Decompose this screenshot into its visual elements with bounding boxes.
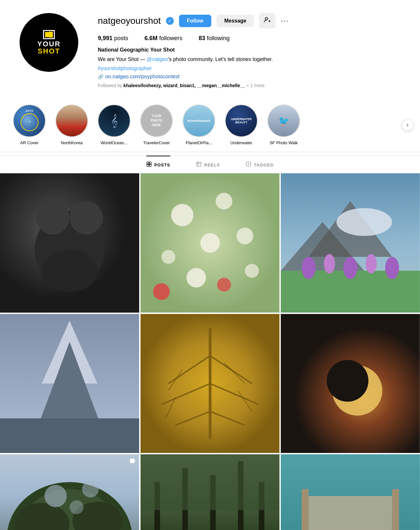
story-label-planet: PlanetOrPla... [186,140,212,145]
grid-item-snowy-peak[interactable] [0,314,139,453]
following-stat[interactable]: 83 following [199,35,230,42]
svg-rect-74 [392,489,399,530]
grid-item-bear[interactable] [0,173,139,313]
svg-point-13 [42,250,98,292]
bio-link-row: 🔗 on.natgeo.com/poyphotocontest [98,74,400,80]
svg-point-33 [385,257,399,279]
svg-rect-62 [130,459,134,463]
profile-section: YOUR SHOT natgeoyourshot ✓ Follow Messag… [0,0,420,98]
svg-point-59 [45,485,67,507]
story-label-world-ocean: WorldOcean... [101,140,128,145]
svg-rect-6 [149,164,151,166]
svg-point-53 [327,360,368,401]
divider [0,152,420,152]
svg-point-21 [245,264,259,278]
bio-name: National Geographic Your Shot [98,47,400,53]
svg-point-61 [69,500,83,514]
svg-point-12 [69,201,103,234]
stories-next-button[interactable]: › [402,119,413,131]
svg-point-32 [366,254,377,273]
message-button[interactable]: Message [217,15,254,27]
add-person-button[interactable] [259,13,276,28]
story-item-traveler-cover[interactable]: YOUR PHOTO HERE TravelerCover [140,104,173,145]
tab-tagged[interactable]: TAGGED [246,156,274,173]
photo-golden-leaf [141,314,280,453]
add-person-icon [264,18,271,25]
story-label-underwater: Underwater [230,140,252,145]
photo-bear [0,173,139,313]
tab-posts[interactable]: POSTS [146,156,170,173]
story-item-planet-plastic[interactable]: #planetforplastic PlanetOrPla... [183,104,215,145]
photo-eclipse [281,314,420,453]
video-indicator [129,458,136,466]
tab-tagged-label: TAGGED [254,163,274,167]
avatar-inner: YOUR SHOT [37,30,61,55]
story-item-underwater[interactable]: UNDERWATER BEAUTY Underwater [225,104,258,145]
grid-item-aerial[interactable] [281,454,420,530]
svg-point-30 [324,254,335,273]
avatar-text-your: YOUR [37,40,61,48]
avatar-circle: YOUR SHOT [20,13,78,72]
posts-stat: 9,991 posts [98,35,128,42]
svg-point-31 [343,257,357,279]
story-item-sf-photo-walk[interactable]: 🐦 SF Photo Walk [267,104,300,145]
grid-item-tree[interactable] [0,454,139,530]
tabs-section: POSTS REELS TAGGED [0,155,420,173]
svg-point-60 [82,481,99,497]
svg-point-15 [171,204,193,226]
posts-icon [146,162,152,168]
link-icon: 🔗 [98,74,103,79]
tab-posts-label: POSTS [154,163,170,167]
grid-item-flowers[interactable] [141,173,280,313]
followed-by: Followed by khaleesifosheezy, wizard_bis… [98,83,400,88]
hashtag-link[interactable]: #yourshotphotographer [98,66,152,71]
svg-marker-63 [134,460,135,462]
followers-stat[interactable]: 6.6M followers [144,35,182,42]
story-label-traveler: TravelerCover [143,140,170,145]
svg-point-16 [216,193,232,210]
story-circle-world-ocean: 𝄞 [98,104,130,137]
stories-section: 2070 🌍 AR Cover NorthKorea 𝄞 WorldOcean.… [0,98,420,152]
svg-rect-5 [147,164,149,166]
grid-item-golden-leaf[interactable] [141,314,280,453]
svg-rect-72 [309,496,392,530]
story-circle-planet: #planetforplastic [183,104,215,137]
follow-button[interactable]: Follow [179,15,211,27]
svg-point-22 [153,283,170,300]
verified-badge: ✓ [166,17,174,25]
more-options-button[interactable]: ··· [281,17,289,25]
story-circle-underwater: UNDERWATER BEAUTY [225,104,258,137]
grid-item-forest[interactable] [141,454,280,530]
profile-top-row: natgeoyourshot ✓ Follow Message ··· [98,13,400,28]
svg-rect-73 [302,489,308,530]
bio-link-anchor[interactable]: on.natgeo.com/poyphotocontest [105,74,180,80]
svg-point-18 [161,250,175,264]
photo-grid [0,173,420,530]
profile-info: natgeoyourshot ✓ Follow Message ··· 9,9 [98,13,400,88]
reels-icon [196,162,202,168]
bio-mention-link[interactable]: @natgeo [147,56,168,62]
story-circle-sf: 🐦 [267,104,300,137]
photo-tree [0,454,139,530]
grid-item-mountain-purple[interactable] [281,173,420,313]
story-circle-ar: 2070 🌍 [13,104,46,137]
grid-item-eclipse[interactable] [281,314,420,453]
avatar-logo-rect [43,30,55,39]
story-label-north-korea: NorthKorea [61,140,82,145]
svg-point-23 [217,278,231,292]
photo-snowy-peak [0,314,139,453]
story-item-ar-cover[interactable]: 2070 🌍 AR Cover [13,104,46,145]
username: natgeoyourshot [98,16,161,26]
tab-reels-label: REELS [204,163,220,167]
story-item-world-ocean[interactable]: 𝄞 WorldOcean... [98,104,130,145]
svg-point-17 [200,233,220,253]
avatar: YOUR SHOT [20,13,78,72]
story-item-north-korea[interactable]: NorthKorea [55,104,88,145]
chevron-right-icon: › [407,122,408,128]
story-label-sf: SF Photo Walk [270,140,298,145]
story-circle-north-korea [55,104,88,137]
svg-rect-38 [0,418,139,453]
svg-point-20 [186,268,206,288]
tab-reels[interactable]: REELS [196,156,220,173]
story-circle-traveler: YOUR PHOTO HERE [140,104,173,137]
